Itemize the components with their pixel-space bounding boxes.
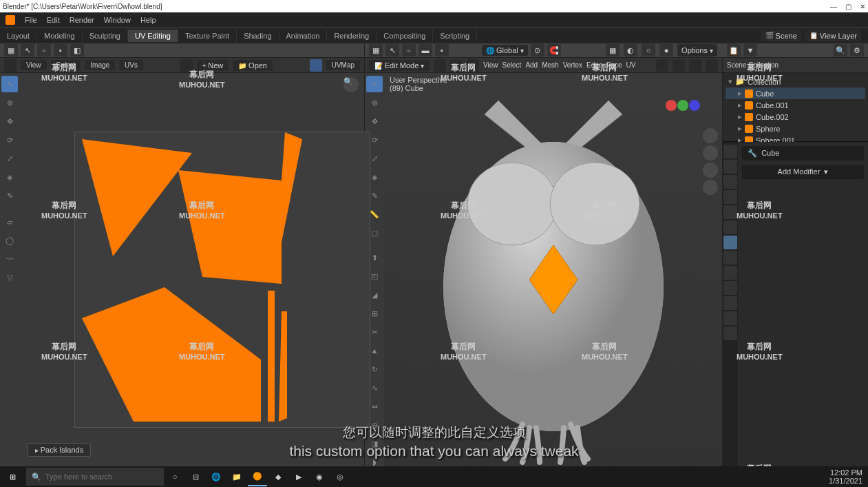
pan-nav-icon[interactable] xyxy=(703,145,718,160)
relax-tool-icon[interactable]: 〰 xyxy=(1,251,18,267)
zoom-nav-icon[interactable] xyxy=(703,128,718,143)
uv-island[interactable] xyxy=(279,311,287,422)
v3d-mesh[interactable]: Mesh xyxy=(542,61,558,69)
transform-tool-icon[interactable]: ◈ xyxy=(1,169,18,185)
menu-help[interactable]: Help xyxy=(136,14,160,25)
v3d-view[interactable]: View xyxy=(483,61,498,69)
selmode-f-icon[interactable] xyxy=(467,59,479,72)
uv-island[interactable] xyxy=(82,139,192,256)
object-name-field[interactable]: 🔧 Cube xyxy=(742,146,864,160)
v3d-select[interactable]: Select xyxy=(502,61,522,69)
minimize-icon[interactable]: — xyxy=(830,3,837,10)
uv-image[interactable]: Image xyxy=(85,60,115,70)
axis-x-icon[interactable] xyxy=(666,100,677,111)
zoom-icon[interactable]: 🔍 xyxy=(343,77,359,92)
v3d-vertex[interactable]: Vertex xyxy=(563,61,582,69)
uv-view[interactable]: View xyxy=(21,60,47,70)
rip-tool-icon[interactable]: ▱ xyxy=(1,214,18,230)
outliner-item-cube002[interactable]: ▸Cube.002 xyxy=(726,111,865,123)
uv-island[interactable] xyxy=(178,170,282,284)
tab-compositing[interactable]: Compositing xyxy=(377,30,433,42)
prop-viewlayer-icon[interactable] xyxy=(723,175,737,189)
scene-dropdown[interactable]: 🎬 Scene xyxy=(761,30,801,41)
cursor-tool-icon[interactable]: ↖ xyxy=(21,44,34,56)
prop-material-icon[interactable] xyxy=(723,311,737,325)
rotate-tool-icon[interactable]: ⟳ xyxy=(1,132,18,148)
editor-type-3d-icon[interactable]: ▦ xyxy=(369,44,383,56)
scale-tool-icon[interactable]: ⤢ xyxy=(1,150,18,167)
add-modifier-button[interactable]: Add Modifier ▾ xyxy=(742,165,864,179)
tab-rendering[interactable]: Rendering xyxy=(327,30,377,42)
prop-modifier-icon[interactable] xyxy=(723,236,737,249)
prop-object-icon[interactable] xyxy=(723,220,737,234)
editor-type-icon[interactable]: ▦ xyxy=(4,44,18,56)
uvmap-dropdown[interactable]: UVMap xyxy=(326,60,360,70)
outliner-item-cube001[interactable]: ▸Cube.001 xyxy=(726,99,865,111)
move-tool-icon[interactable]: ✥ xyxy=(1,113,18,129)
close-icon[interactable]: ✕ xyxy=(860,3,865,10)
overlay-icon[interactable]: ▦ xyxy=(606,44,620,56)
uv-uvs[interactable]: UVs xyxy=(119,60,143,70)
prop-texture-icon[interactable] xyxy=(723,327,737,340)
outliner-item-sphere[interactable]: ▸Sphere xyxy=(726,123,865,134)
menu-render[interactable]: Render xyxy=(65,14,98,25)
mesh-owl[interactable] xyxy=(409,80,698,466)
pinch-tool-icon[interactable]: ▽ xyxy=(1,269,18,286)
uv-island[interactable] xyxy=(268,291,275,422)
annotate-tool-icon[interactable]: ✎ xyxy=(1,187,18,204)
v3d-add[interactable]: Add xyxy=(525,61,538,69)
outliner-search-icon[interactable]: 🔍 xyxy=(834,44,847,56)
cortana-icon[interactable]: ○ xyxy=(165,467,184,486)
selmode-face-icon[interactable]: ▪ xyxy=(435,44,449,56)
start-button[interactable]: ⊞ xyxy=(0,466,25,487)
tab-shading[interactable]: Shading xyxy=(237,30,279,42)
uv-sync-icon[interactable] xyxy=(4,59,17,72)
tab-layout[interactable]: Layout xyxy=(0,30,37,42)
taskbar-search-input[interactable] xyxy=(45,473,158,481)
cursor-tool-icon[interactable]: ⊕ xyxy=(1,94,18,111)
mode-dropdown[interactable]: 📝 Edit Mode ▾ xyxy=(369,60,430,71)
uv-select[interactable]: Select xyxy=(51,60,81,70)
uv-select-icon[interactable]: ▫ xyxy=(37,44,51,56)
tab-uvediting[interactable]: UV Editing xyxy=(128,30,178,42)
tab-texpaint[interactable]: Texture Paint xyxy=(178,30,237,42)
outliner[interactable]: ▾📁 Collection ▸Cube ▸Cube.001 ▸Cube.002 … xyxy=(723,73,868,142)
selmode-e-icon[interactable] xyxy=(450,59,463,72)
tab-scripting[interactable]: Scripting xyxy=(433,30,477,42)
axis-gizmo[interactable] xyxy=(666,88,700,123)
v3d-uv[interactable]: UV xyxy=(626,61,636,69)
menu-window[interactable]: Window xyxy=(100,14,135,25)
menu-file[interactable]: File xyxy=(21,14,41,25)
prop-physics-icon[interactable] xyxy=(723,266,737,280)
camera-nav-icon[interactable] xyxy=(703,163,718,178)
uv-select-icon2[interactable]: ▪ xyxy=(54,44,67,56)
selmode-vert-icon[interactable]: ▫ xyxy=(402,44,416,56)
move3d-tool-icon[interactable]: ✥ xyxy=(366,113,383,129)
prop-particle-icon[interactable] xyxy=(723,251,737,265)
orientation-dropdown[interactable]: 🌐 Global ▾ xyxy=(482,45,528,56)
explorer-icon[interactable]: 📁 xyxy=(227,467,246,486)
tab-animation[interactable]: Animation xyxy=(279,30,328,42)
uv-island[interactable] xyxy=(82,287,261,422)
outliner-item-cube[interactable]: ▸Cube xyxy=(726,87,865,99)
selmode-v-icon[interactable] xyxy=(434,59,446,72)
v3d-edge[interactable]: Edge xyxy=(586,61,602,69)
prop-world-icon[interactable] xyxy=(723,205,737,219)
outliner-type-icon[interactable]: 📋 xyxy=(727,44,741,56)
move-tool-icon[interactable]: ↖ xyxy=(1,76,18,92)
shade-wire-icon[interactable] xyxy=(656,59,668,72)
prop-constraint-icon[interactable] xyxy=(723,281,737,295)
prop-mesh-icon[interactable] xyxy=(723,296,737,310)
shading2-icon[interactable]: ● xyxy=(659,44,673,56)
maximize-icon[interactable]: ▢ xyxy=(845,3,851,10)
taskbar-search[interactable]: 🔍 xyxy=(26,468,164,486)
app-icon[interactable]: ◆ xyxy=(268,467,288,486)
chrome-icon[interactable]: 🌐 xyxy=(207,467,226,486)
prop-render-icon[interactable] xyxy=(723,145,737,158)
blender-task-icon[interactable]: 🟠 xyxy=(248,467,267,486)
shade-render-icon[interactable] xyxy=(706,59,718,72)
snap-icon[interactable]: 🧲 xyxy=(547,44,561,56)
shade-mat-icon[interactable] xyxy=(689,59,701,72)
axis-y-icon[interactable] xyxy=(677,100,688,111)
mode-cursor-icon[interactable]: ↖ xyxy=(385,44,399,56)
